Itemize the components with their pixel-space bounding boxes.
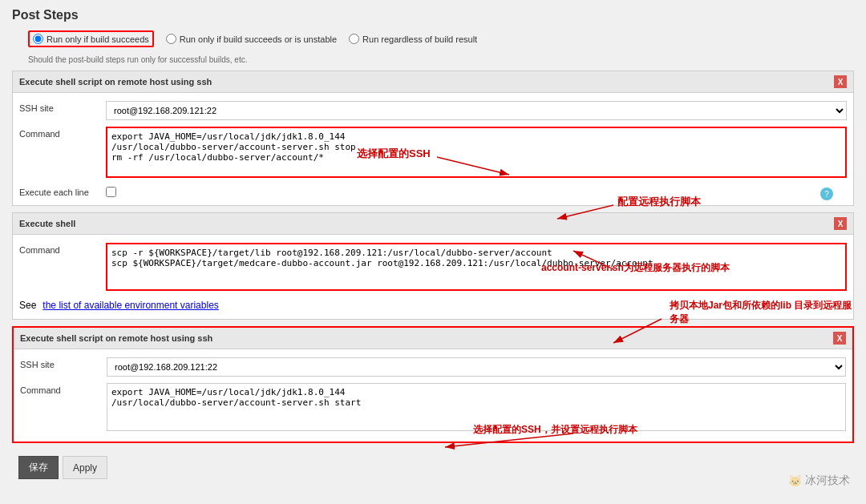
main-container: Post Steps Run only if build succeeds Ru… (0, 0, 866, 504)
radio-build-unstable[interactable] (166, 34, 176, 44)
section-ssh-2-close[interactable]: X (833, 332, 846, 345)
command-label-3: Command (20, 383, 100, 395)
watermark: 🐱 冰河技术 (788, 474, 850, 488)
section-ssh-1-close[interactable]: X (834, 75, 847, 88)
execute-each-row-1: Execute each line ? (13, 183, 853, 200)
section-ssh-2-header: Execute shell script on remote host usin… (14, 328, 852, 349)
radio-build-success[interactable] (33, 34, 43, 44)
ssh-site-control-2: root@192.168.209.121:22 (107, 357, 846, 377)
section-ssh-1-header: Execute shell script on remote host usin… (13, 71, 853, 93)
ssh-site-label-2: SSH site (20, 357, 100, 369)
ssh-site-label-1: SSH site (19, 101, 99, 113)
ssh-site-select-2[interactable]: root@192.168.209.121:22 (107, 357, 846, 377)
section-shell-header: Execute shell X (13, 213, 853, 235)
ssh-site-row-2: SSH site root@192.168.209.121:22 (14, 354, 852, 380)
section-ssh-2: Execute shell script on remote host usin… (12, 326, 854, 443)
command-row-3: Command (14, 380, 852, 437)
section-shell: Execute shell X Command See the list of … (12, 212, 854, 320)
save-button[interactable]: 保存 (18, 456, 59, 479)
execute-each-checkbox-1[interactable] (106, 187, 116, 197)
command-row-2: Command (13, 240, 853, 296)
radio-group: Run only if build succeeds Run only if b… (12, 30, 854, 47)
command-label-2: Command (19, 243, 99, 255)
page-title: Post Steps (12, 8, 854, 22)
radio-option-2[interactable]: Run only if build succeeds or is unstabl… (166, 34, 337, 44)
execute-each-label-1: Execute each line (19, 187, 99, 197)
radio-hint: Should the post-build steps run only for… (12, 55, 854, 64)
ssh-site-select-1[interactable]: root@192.168.209.121:22 (106, 101, 847, 120)
section-shell-content: Command See the list of available enviro… (13, 235, 853, 319)
command-control-3 (107, 383, 846, 433)
section-ssh-1: Execute shell script on remote host usin… (12, 71, 854, 206)
command-row-1: Command (13, 123, 853, 183)
ssh-site-control-1: root@192.168.209.121:22 (106, 101, 847, 120)
env-vars-row: See the list of available environment va… (13, 296, 853, 314)
radio-option-3[interactable]: Run regardless of build result (349, 34, 477, 44)
apply-button[interactable]: Apply (63, 456, 107, 479)
section-ssh-1-content: SSH site root@192.168.209.121:22 Command… (13, 93, 853, 205)
env-vars-link[interactable]: the list of available environment variab… (42, 300, 218, 311)
command-textarea-1[interactable] (106, 127, 847, 178)
command-textarea-3[interactable] (107, 383, 846, 431)
ssh-site-row-1: SSH site root@192.168.209.121:22 (13, 98, 853, 123)
radio-build-always[interactable] (349, 34, 359, 44)
command-control-1 (106, 127, 847, 180)
command-control-2 (106, 243, 847, 293)
env-vars-prefix: See (19, 300, 36, 311)
radio-option-1[interactable]: Run only if build succeeds (28, 30, 154, 47)
section-shell-close[interactable]: X (834, 217, 847, 230)
help-icon-1[interactable]: ? (820, 187, 833, 200)
command-label-1: Command (19, 127, 99, 139)
bottom-toolbar: 保存 Apply (12, 450, 854, 486)
command-textarea-2[interactable] (106, 243, 847, 291)
section-ssh-2-content: SSH site root@192.168.209.121:22 Command (14, 349, 852, 442)
